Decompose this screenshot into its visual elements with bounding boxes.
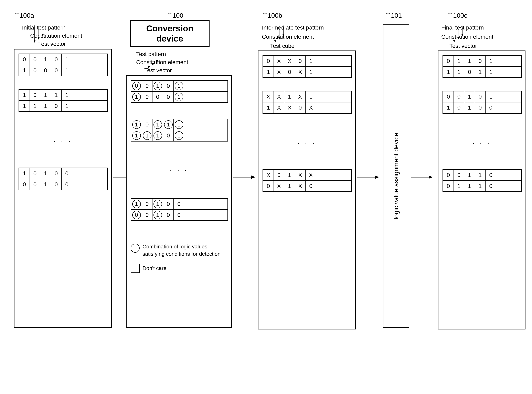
svg-marker-11 (152, 63, 154, 66)
svg-marker-21 (282, 34, 284, 37)
panel-logic-device: logic value assignment device (383, 24, 409, 328)
cell: 0 (454, 102, 464, 113)
cell: 0 (142, 92, 153, 102)
cell: 1 (40, 54, 51, 65)
dots-conv: · · · (127, 164, 231, 176)
vector-row: 0 X X 0 1 (263, 56, 351, 67)
svg-marker-15 (251, 176, 255, 179)
cell: 0 (19, 179, 30, 190)
vector-row: 1 0 1 1 1 (131, 119, 228, 130)
vector-row: 1 0 1 1 1 (19, 90, 107, 101)
svg-marker-23 (375, 176, 379, 179)
cell: 1 (62, 65, 72, 76)
panel-intermediate: 0 X X 0 1 1 X 0 X 1 X X 1 X 1 (258, 51, 356, 329)
cell: 1 (475, 181, 485, 192)
vector-row: 0 0 1 1 0 (443, 170, 521, 181)
group-inter-2: X X 1 X 1 1 X X 0 X (262, 91, 352, 114)
cell: X (295, 181, 306, 192)
cell: 0 (142, 210, 153, 220)
cell: 1 (475, 67, 485, 77)
cell: 0 (443, 181, 454, 192)
label-final-constitution: Constitution element (441, 34, 493, 40)
cell: 1 (40, 168, 51, 179)
cell: 0 (454, 170, 464, 180)
group-initial-3: 1 0 1 0 0 0 0 1 0 0 (19, 168, 108, 190)
svg-marker-1 (34, 40, 36, 43)
cell: 0 (485, 170, 496, 180)
cell: X (274, 56, 284, 66)
label-inter-constitution: Constitution element (262, 34, 314, 40)
cell: 1 (454, 56, 464, 66)
svg-marker-9 (148, 66, 150, 69)
svg-marker-3 (38, 37, 40, 40)
label-arrow-initial (33, 26, 45, 43)
cell: 0 (295, 102, 306, 113)
cell: 0 (443, 56, 454, 66)
legend-square-text: Don't care (143, 265, 166, 271)
cell: 0 (30, 54, 40, 65)
cell: 1 (40, 101, 51, 111)
vector-row: 0 0 1 0 0 (19, 179, 107, 190)
dots-inter: · · · (258, 137, 355, 149)
cell: 1 (19, 168, 30, 179)
cell: 0 (306, 181, 316, 192)
cell: 1 (174, 92, 184, 102)
cell: 0 (19, 54, 30, 65)
cell: 1 (454, 67, 464, 77)
cell: 0 (485, 181, 496, 192)
conversion-device-box: Conversion device (130, 20, 210, 47)
cell: 1 (485, 56, 496, 66)
ref-100: ⌒100 (167, 12, 183, 20)
vector-row: 0 0 1 0 1 (443, 91, 521, 102)
vector-row: 0 0 1 0 1 (131, 80, 228, 91)
group-final-3: 0 0 1 1 0 0 1 1 1 0 (442, 169, 521, 192)
vector-row: X X 1 X 1 (263, 91, 351, 102)
cell: 1 (131, 92, 142, 102)
vector-row: 1 0 0 0 1 (19, 65, 107, 76)
cell: 1 (464, 170, 475, 180)
cell: 0 (142, 119, 153, 130)
cell: 1 (153, 119, 163, 130)
cell: 1 (131, 119, 142, 130)
cell: 1 (464, 56, 475, 66)
cell: 0 (174, 210, 184, 220)
legend: Combination of logic values satisfying c… (131, 243, 224, 273)
cell: 0 (163, 92, 174, 102)
cell: 1 (19, 90, 30, 100)
diagram: ⌒100a Initial test pattern Constitution … (0, 0, 532, 394)
cell: 0 (131, 210, 142, 220)
vector-row: 1 0 1 0 0 (19, 168, 107, 179)
cell: 1 (263, 67, 274, 77)
cell: 1 (485, 91, 496, 102)
cell: 1 (174, 130, 184, 141)
vector-row: 1 X 0 X 1 (263, 67, 351, 78)
label-conv-constitution: Constitution element (136, 59, 188, 66)
cell: X (306, 170, 316, 180)
cell: X (306, 102, 316, 113)
vector-row: 1 1 1 0 1 (131, 130, 228, 141)
cell: X (274, 102, 284, 113)
cell: 1 (62, 101, 72, 111)
panel-initial: 0 0 1 0 1 1 0 0 0 1 1 0 1 1 1 (14, 49, 112, 328)
cell: 0 (30, 90, 40, 100)
group-initial-2: 1 0 1 1 1 1 1 1 0 1 (19, 89, 108, 112)
cell: 0 (443, 91, 454, 102)
vector-row: 0 1 1 0 1 (443, 56, 521, 67)
label-arrow-inter (273, 26, 285, 43)
cell: 0 (174, 199, 184, 209)
dots-final: · · · (438, 137, 525, 149)
cell: 1 (306, 56, 316, 66)
group-final-2: 0 0 1 0 1 1 0 1 0 0 (442, 91, 521, 114)
cell: 1 (306, 67, 316, 77)
cell: 1 (174, 81, 184, 91)
label-inter-testcube: Test cube (270, 43, 295, 49)
cell: 1 (62, 54, 72, 65)
panel-final: 0 1 1 0 1 1 1 0 1 1 0 0 1 0 1 (438, 51, 526, 329)
cell: 0 (40, 65, 51, 76)
cell: 0 (274, 170, 284, 180)
cell: 1 (153, 81, 163, 91)
ref-100b: ⌒100b (262, 12, 282, 20)
cell: X (295, 91, 306, 102)
cell: 0 (131, 81, 142, 91)
cell: 0 (163, 130, 174, 141)
